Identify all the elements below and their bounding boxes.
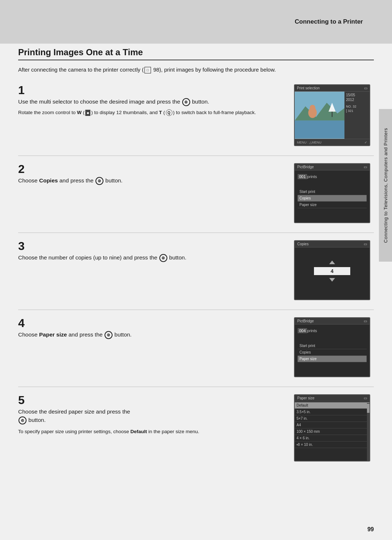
divider-4 xyxy=(18,387,374,387)
right-sidebar-tab: Connecting to Televisions, Computers and… xyxy=(379,109,392,262)
step-1-instruction: Use the multi selector to choose the des… xyxy=(18,97,283,106)
divider-1 xyxy=(18,156,374,156)
prints-count: 001 xyxy=(298,174,307,179)
svg-point-6 xyxy=(310,105,315,111)
ok-symbol-step1: ® xyxy=(182,98,190,106)
step-5-sub: To specify paper size using printer sett… xyxy=(18,428,283,436)
step-1-row: 1 Use the multi selector to choose the d… xyxy=(18,84,374,146)
paper-3x5: 3.5×5 in. xyxy=(295,409,369,415)
screen5-icon: ▭ xyxy=(364,396,367,400)
intro-paragraph: After connecting the camera to the print… xyxy=(18,65,374,74)
step-2-screen: PictBridge ▭ 001prints Start print Copie… xyxy=(294,163,374,223)
screen4-header: PictBridge ▭ xyxy=(295,318,369,325)
screen-paper-size: Paper size ▭ Default 3.5×5 in. 5×7 in. A… xyxy=(294,394,370,462)
step-3-number: 3 xyxy=(18,240,283,252)
screen2-icon: ▭ xyxy=(364,165,367,169)
ok-symbol-step5: ® xyxy=(19,416,26,424)
screen2-body: 001prints Start print Copies Paper size xyxy=(295,170,369,210)
screen5-body: Default 3.5×5 in. 5×7 in. A4 100 × 150 m… xyxy=(295,402,369,449)
main-content: Printing Images One at a Time After conn… xyxy=(18,44,374,518)
svg-rect-2 xyxy=(295,121,344,138)
step-4-number: 4 xyxy=(18,317,283,329)
screen-pictbridge-copies: PictBridge ▭ 001prints Start print Copie… xyxy=(294,163,370,223)
screen-print-selection: Print selection ▭ xyxy=(294,84,370,146)
paper-8x10: ▪8 × 10 in. xyxy=(295,442,369,448)
step-5-row: 5 Choose the desired paper size and pres… xyxy=(18,394,374,462)
screen4-icon: ▭ xyxy=(364,319,367,323)
screen4-title: PictBridge xyxy=(297,319,314,323)
sidebar-label: Connecting to Televisions, Computers and… xyxy=(383,128,388,243)
copies-value: 4 xyxy=(314,267,350,275)
screen-wrapper-5: Paper size ▭ Default 3.5×5 in. 5×7 in. A… xyxy=(294,394,374,462)
screen2-header: PictBridge ▭ xyxy=(295,164,369,170)
paper-default: Default xyxy=(295,402,369,409)
menu-start-print: Start print xyxy=(298,189,367,195)
ref-icon: □ xyxy=(144,67,151,73)
svg-rect-4 xyxy=(332,112,332,117)
paper-100x150: 100 × 150 mm xyxy=(295,428,369,435)
screen5-header: Paper size ▭ xyxy=(295,395,369,402)
prints-count-4: 004 xyxy=(298,328,307,333)
arrow-up-icon xyxy=(329,261,335,264)
scrollbar xyxy=(367,403,369,461)
divider-3 xyxy=(18,310,374,310)
screen1-menu: MENU : △MENU xyxy=(297,141,322,144)
menu-paper-size-4: Paper size xyxy=(298,356,367,362)
screen1-no: NO. 32 xyxy=(346,105,368,108)
step-2-number: 2 xyxy=(18,163,283,175)
divider-2 xyxy=(18,233,374,233)
menu-copies-4: Copies xyxy=(298,349,367,356)
prints-label: prints xyxy=(307,174,317,179)
menu-paper-size-2: Paper size xyxy=(298,202,367,208)
step-1-sub: Rotate the zoom control to W (■) to disp… xyxy=(18,109,283,117)
screen4-prints: 004prints xyxy=(298,328,367,338)
step-3-row: 3 Choose the number of copies (up to nin… xyxy=(18,240,374,300)
screen2-title: PictBridge xyxy=(297,165,314,169)
screen3-icon: ▭ xyxy=(364,242,367,246)
w-icon: ■ xyxy=(85,110,90,116)
step-2-left: 2 Choose Copies and press the ® button. xyxy=(18,163,294,188)
photo-svg xyxy=(295,92,344,139)
step-5-screen: Paper size ▭ Default 3.5×5 in. 5×7 in. A… xyxy=(294,394,374,462)
paper-a4: A4 xyxy=(295,422,369,428)
step-4-left: 4 Choose Paper size and press the ® butt… xyxy=(18,317,294,342)
screen1-footer: MENU : △MENU ✓ xyxy=(295,139,369,145)
step-3-screen: Copies ▭ 4 xyxy=(294,240,374,300)
screen3-header: Copies ▭ xyxy=(295,241,369,247)
screen5-title: Paper size xyxy=(297,396,314,400)
header-title: Connecting to a Printer xyxy=(295,18,363,25)
screen1-header: Print selection ▭ xyxy=(295,85,369,92)
screen-pictbridge-paper: PictBridge ▭ 004prints Start print Copie… xyxy=(294,317,370,377)
menu-start-print-4: Start print xyxy=(298,343,367,349)
step-1-number: 1 xyxy=(18,84,283,96)
menu-copies: Copies xyxy=(298,195,367,202)
arrow-down-icon xyxy=(329,278,335,282)
ok-symbol-step3: ® xyxy=(159,254,167,262)
screen1-body: 15/05 2012 NO. 32 [ 321 xyxy=(295,92,369,139)
screen1-date: 15/05 xyxy=(346,93,368,97)
scrollbar-thumb xyxy=(367,404,369,413)
step-1-screen: Print selection ▭ xyxy=(294,84,374,146)
prints-label-4: prints xyxy=(307,329,317,333)
step-3-instruction: Choose the number of copies (up to nine)… xyxy=(18,253,283,262)
top-header: Connecting to a Printer xyxy=(0,0,392,44)
t-icon: Q xyxy=(166,109,172,116)
step-4-instruction: Choose Paper size and press the ® button… xyxy=(18,330,283,339)
screen1-year: 2012 xyxy=(346,98,368,102)
screen4-body: 004prints Start print Copies Paper size xyxy=(295,325,369,364)
step-5-left: 5 Choose the desired paper size and pres… xyxy=(18,394,294,436)
paper-4x6: 4 × 6 in. xyxy=(295,435,369,442)
step-2-row: 2 Choose Copies and press the ® button. … xyxy=(18,163,374,223)
step-3-left: 3 Choose the number of copies (up to nin… xyxy=(18,240,294,265)
page-title: Printing Images One at a Time xyxy=(18,47,374,60)
step-1-left: 1 Use the multi selector to choose the d… xyxy=(18,84,294,117)
screen-copies-number: Copies ▭ 4 xyxy=(294,240,370,300)
screen1-icon: ▭ xyxy=(364,86,367,90)
step-4-screen: PictBridge ▭ 004prints Start print Copie… xyxy=(294,317,374,377)
screen3-body: 4 xyxy=(295,247,369,295)
screen1-check: ✓ xyxy=(364,141,367,144)
screen3-title: Copies xyxy=(297,242,309,246)
step-2-instruction: Choose Copies and press the ® button. xyxy=(18,176,283,185)
page-number: 99 xyxy=(367,526,374,533)
ok-symbol-step2: ® xyxy=(95,177,103,185)
